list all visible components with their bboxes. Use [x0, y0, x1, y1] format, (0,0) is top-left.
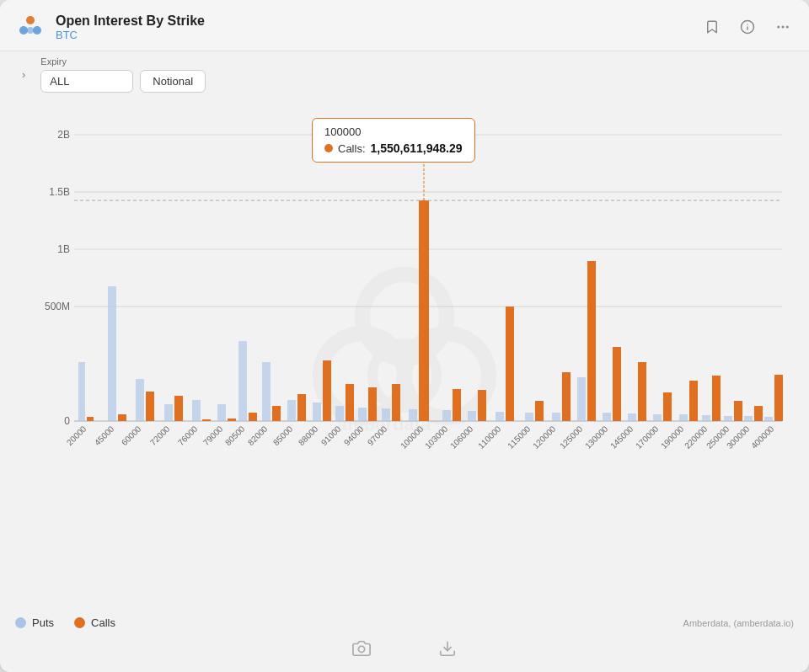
svg-text:115000: 115000	[506, 424, 533, 451]
bottom-actions	[0, 634, 809, 672]
app-logo	[15, 12, 46, 42]
main-card: Open Interest By Strike BTC	[0, 0, 809, 672]
svg-text:100000: 100000	[399, 424, 426, 451]
svg-point-2	[26, 16, 35, 24]
puts-label: Puts	[32, 616, 54, 629]
info-icon	[740, 19, 755, 35]
svg-rect-69	[628, 413, 636, 421]
svg-rect-51	[382, 408, 390, 421]
svg-rect-64	[562, 372, 571, 421]
svg-rect-63	[552, 413, 560, 421]
svg-rect-40	[249, 413, 257, 421]
svg-text:20000: 20000	[65, 424, 88, 447]
svg-rect-32	[146, 392, 154, 421]
svg-rect-38	[228, 419, 236, 421]
svg-rect-74	[689, 381, 698, 421]
puts-dot	[15, 617, 26, 628]
expand-button[interactable]: ›	[15, 65, 32, 84]
svg-text:85000: 85000	[271, 424, 295, 447]
bookmark-button[interactable]	[701, 16, 723, 38]
svg-point-7	[777, 26, 780, 29]
svg-rect-28	[87, 417, 94, 421]
svg-rect-59	[496, 412, 504, 421]
svg-text:76000: 76000	[176, 424, 200, 447]
svg-rect-48	[346, 384, 354, 421]
legend-calls: Calls	[74, 616, 115, 629]
svg-rect-79	[744, 416, 753, 421]
svg-rect-77	[724, 416, 732, 421]
info-button[interactable]	[737, 16, 758, 38]
svg-rect-47	[335, 406, 344, 421]
svg-text:120000: 120000	[531, 424, 558, 451]
svg-text:103000: 103000	[423, 424, 450, 451]
svg-text:45000: 45000	[93, 424, 116, 447]
svg-rect-39	[238, 341, 247, 421]
svg-rect-72	[663, 392, 672, 421]
svg-point-3	[27, 27, 34, 34]
attribution: Amberdata, (amberdata.io)	[683, 618, 794, 628]
svg-rect-52	[392, 384, 400, 421]
svg-text:80500: 80500	[223, 424, 247, 447]
svg-text:1B: 1B	[57, 243, 70, 255]
svg-rect-66	[587, 261, 596, 421]
svg-text:88000: 88000	[297, 424, 320, 447]
svg-rect-31	[136, 379, 144, 421]
svg-rect-43	[287, 400, 296, 421]
expiry-label: Expiry	[40, 56, 206, 67]
svg-rect-37	[217, 404, 226, 421]
svg-rect-55	[442, 410, 451, 421]
chart-subtitle: BTC	[56, 29, 205, 41]
header-actions	[701, 16, 794, 38]
svg-rect-65	[577, 377, 586, 421]
svg-text:0: 0	[64, 415, 70, 427]
legend: Puts Calls	[15, 616, 115, 629]
svg-rect-45	[313, 403, 321, 421]
svg-point-112	[358, 646, 364, 652]
svg-point-9	[786, 26, 789, 29]
svg-rect-33	[164, 404, 173, 421]
calls-dot	[74, 617, 85, 628]
svg-text:106000: 106000	[448, 424, 475, 451]
svg-text:97000: 97000	[366, 424, 389, 447]
svg-rect-68	[613, 347, 621, 421]
svg-rect-49	[358, 408, 367, 421]
chart-area: amberdata 100000 Calls: 1,550,611,948.29…	[0, 94, 809, 610]
svg-rect-78	[734, 401, 742, 421]
svg-rect-58	[478, 390, 486, 421]
svg-point-0	[19, 26, 28, 35]
svg-text:170000: 170000	[634, 424, 661, 451]
svg-rect-56	[453, 389, 461, 421]
svg-point-1	[33, 26, 41, 35]
svg-rect-80	[754, 406, 763, 421]
svg-rect-62	[535, 401, 544, 421]
notional-button[interactable]: Notional	[140, 70, 206, 93]
legend-puts: Puts	[15, 616, 54, 629]
svg-text:79000: 79000	[201, 424, 225, 447]
svg-rect-36	[202, 419, 211, 421]
header-left: Open Interest By Strike BTC	[15, 12, 205, 42]
svg-text:2B: 2B	[57, 129, 70, 141]
svg-rect-34	[174, 396, 183, 421]
svg-rect-81	[764, 417, 773, 421]
svg-rect-70	[638, 362, 646, 421]
chart-svg: 2B 1.5B 1B 500M 0	[15, 101, 799, 514]
svg-rect-46	[323, 360, 331, 421]
footer-row: Puts Calls Amberdata, (amberdata.io)	[0, 610, 809, 634]
more-button[interactable]	[772, 16, 794, 38]
svg-rect-82	[774, 375, 783, 421]
camera-button[interactable]	[352, 639, 371, 662]
expiry-select[interactable]: ALL	[40, 70, 133, 93]
svg-text:72000: 72000	[148, 424, 172, 447]
svg-rect-44	[297, 394, 306, 421]
svg-rect-71	[653, 414, 662, 421]
download-button[interactable]	[438, 639, 457, 662]
chart-title: Open Interest By Strike	[56, 13, 205, 29]
title-group: Open Interest By Strike BTC	[56, 13, 205, 41]
svg-rect-35	[192, 400, 201, 421]
svg-text:91000: 91000	[319, 424, 343, 447]
svg-rect-60	[506, 307, 514, 421]
svg-text:94000: 94000	[342, 424, 366, 447]
svg-rect-54	[419, 200, 429, 421]
download-icon	[438, 639, 457, 658]
camera-icon	[352, 639, 371, 658]
